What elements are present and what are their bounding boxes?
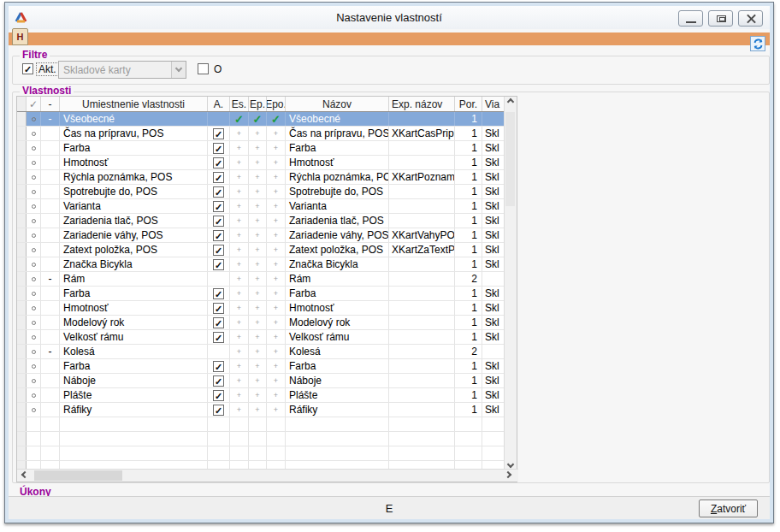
row-handle[interactable] bbox=[17, 141, 27, 155]
row-handle[interactable] bbox=[17, 388, 27, 402]
refresh-button[interactable] bbox=[750, 36, 765, 51]
close-window-button[interactable] bbox=[738, 10, 763, 27]
table-row-empty[interactable] bbox=[17, 446, 505, 461]
column-header-por[interactable]: Por. bbox=[455, 97, 482, 111]
active-checkbox[interactable]: ✓ bbox=[213, 288, 224, 299]
table-row[interactable]: Spotrebujte do, POS✓+++Spotrebujte do, P… bbox=[17, 185, 505, 199]
column-header-ep[interactable]: Ep. bbox=[249, 97, 267, 111]
active-checkbox[interactable]: ✓ bbox=[213, 361, 224, 372]
scroll-right-icon[interactable] bbox=[505, 471, 511, 478]
row-handle[interactable] bbox=[17, 272, 27, 286]
table-row[interactable]: Ráfiky✓+++Ráfiky1Skl bbox=[17, 403, 505, 417]
row-handle[interactable] bbox=[17, 214, 27, 228]
o-checkbox[interactable] bbox=[198, 63, 209, 74]
row-handle[interactable] bbox=[17, 446, 27, 460]
column-header-epo[interactable]: Epo. bbox=[267, 97, 286, 111]
row-handle[interactable] bbox=[17, 403, 27, 417]
cell-umiestnenie: Hmotnosť bbox=[60, 156, 208, 169]
table-row-group[interactable]: -Kolesá+++Kolesá2 bbox=[17, 345, 505, 359]
active-checkbox[interactable]: ✓ bbox=[213, 259, 224, 270]
row-handle[interactable] bbox=[17, 359, 27, 373]
column-header-sel[interactable]: ✓ bbox=[27, 97, 41, 111]
scroll-left-icon[interactable] bbox=[21, 471, 28, 478]
titlebar[interactable]: Nastavenie vlastností bbox=[9, 6, 770, 29]
scroll-down-icon[interactable] bbox=[507, 461, 514, 468]
tab-h[interactable]: H bbox=[12, 28, 28, 45]
active-checkbox[interactable]: ✓ bbox=[213, 128, 224, 139]
table-row[interactable]: Varianta✓+++Varianta1Skl bbox=[17, 199, 505, 214]
row-handle[interactable] bbox=[17, 461, 27, 469]
group-toggle-cell[interactable]: - bbox=[41, 345, 60, 358]
table-row[interactable]: Rýchla poznámka, POS✓+++Rýchla poznámka,… bbox=[17, 170, 505, 185]
h-scroll-thumb[interactable] bbox=[34, 470, 122, 481]
active-checkbox[interactable]: ✓ bbox=[213, 230, 224, 241]
column-header-a[interactable]: A. bbox=[208, 97, 230, 111]
table-row[interactable]: Modelový rok✓+++Modelový rok1Skl bbox=[17, 316, 505, 330]
table-row-group[interactable]: -Všeobecné✓✓✓Všeobecné1 bbox=[17, 112, 505, 127]
active-checkbox[interactable]: ✓ bbox=[213, 245, 224, 256]
active-checkbox[interactable]: ✓ bbox=[213, 390, 224, 401]
active-checkbox[interactable]: ✓ bbox=[213, 172, 224, 183]
row-handle[interactable] bbox=[17, 112, 27, 126]
row-handle[interactable] bbox=[17, 316, 27, 329]
table-row[interactable]: Hmotnosť✓+++Hmotnosť1Skl bbox=[17, 301, 505, 316]
active-checkbox[interactable]: ✓ bbox=[213, 332, 224, 343]
row-handle[interactable] bbox=[17, 156, 27, 169]
table-row[interactable]: Plášte✓+++Plášte1Skl bbox=[17, 388, 505, 403]
active-checkbox[interactable]: ✓ bbox=[213, 216, 224, 227]
filter-type-select[interactable]: Skladové karty bbox=[58, 61, 186, 79]
column-header-es[interactable]: Es. bbox=[230, 97, 249, 111]
table-row[interactable]: Čas na prípravu, POS✓+++Čas na prípravu,… bbox=[17, 127, 505, 141]
column-header-via[interactable]: Via bbox=[482, 97, 505, 111]
v-scroll-thumb[interactable] bbox=[505, 112, 515, 206]
table-row[interactable]: Značka Bicykla✓+++Značka Bicykla1Skl bbox=[17, 257, 505, 272]
row-handle[interactable] bbox=[17, 127, 27, 140]
table-row-empty[interactable] bbox=[17, 461, 505, 469]
table-row[interactable]: Farba✓+++Farba1Skl bbox=[17, 359, 505, 374]
table-row[interactable]: Zariadenia tlač, POS✓+++Zariadenia tlač,… bbox=[17, 214, 505, 228]
active-checkbox[interactable]: ✓ bbox=[213, 375, 224, 387]
active-checkbox[interactable]: ✓ bbox=[213, 201, 224, 212]
row-handle[interactable] bbox=[17, 199, 27, 213]
table-row[interactable]: Farba✓+++Farba1Skl bbox=[17, 141, 505, 156]
row-handle[interactable] bbox=[17, 374, 27, 387]
table-row[interactable]: Náboje✓+++Náboje1Skl bbox=[17, 374, 505, 388]
group-toggle-cell[interactable]: - bbox=[41, 272, 60, 286]
table-row[interactable]: Hmotnosť✓+++Hmotnosť1Skl bbox=[17, 156, 505, 170]
active-checkbox[interactable]: ✓ bbox=[213, 303, 224, 314]
column-header-exp[interactable]: Exp. názov bbox=[389, 97, 455, 111]
row-handle[interactable] bbox=[17, 287, 27, 300]
table-row[interactable]: Zatext položka, POS✓+++Zatext položka, P… bbox=[17, 243, 505, 257]
row-handle[interactable] bbox=[17, 417, 27, 431]
active-checkbox[interactable]: ✓ bbox=[213, 143, 224, 154]
row-handle[interactable] bbox=[17, 330, 27, 344]
akt-checkbox[interactable]: ✓ bbox=[22, 63, 33, 74]
active-checkbox[interactable]: ✓ bbox=[213, 157, 224, 168]
row-handle[interactable] bbox=[17, 345, 27, 358]
maximize-button[interactable] bbox=[708, 10, 733, 27]
row-handle[interactable] bbox=[17, 301, 27, 315]
active-checkbox[interactable]: ✓ bbox=[213, 186, 224, 198]
table-row-empty[interactable] bbox=[17, 417, 505, 432]
minimize-button[interactable] bbox=[678, 10, 703, 27]
column-header-naz[interactable]: Názov bbox=[286, 97, 389, 111]
column-header-um[interactable]: Umiestnenie vlastnosti bbox=[60, 97, 208, 111]
column-header-grp[interactable]: - bbox=[41, 97, 60, 111]
row-handle[interactable] bbox=[17, 432, 27, 446]
table-row[interactable]: Velkosť rámu✓+++Velkosť rámu1Skl bbox=[17, 330, 505, 345]
table-row[interactable]: Zariadenie váhy, POS✓+++Zariadenie váhy,… bbox=[17, 228, 505, 243]
row-handle[interactable] bbox=[17, 170, 27, 184]
table-row[interactable]: Farba✓+++Farba1Skl bbox=[17, 287, 505, 301]
horizontal-scrollbar[interactable] bbox=[17, 469, 518, 482]
active-checkbox[interactable]: ✓ bbox=[213, 405, 224, 416]
table-row-empty[interactable] bbox=[17, 432, 505, 446]
scroll-up-icon[interactable] bbox=[507, 98, 514, 105]
row-handle[interactable] bbox=[17, 185, 27, 198]
close-button[interactable]: Zatvoriť bbox=[699, 499, 758, 517]
row-handle[interactable] bbox=[17, 243, 27, 257]
row-handle[interactable] bbox=[17, 257, 27, 271]
row-handle[interactable] bbox=[17, 228, 27, 242]
active-checkbox[interactable]: ✓ bbox=[213, 317, 224, 328]
table-row-group[interactable]: -Rám+++Rám2 bbox=[17, 272, 505, 287]
group-toggle-cell[interactable]: - bbox=[41, 112, 60, 126]
